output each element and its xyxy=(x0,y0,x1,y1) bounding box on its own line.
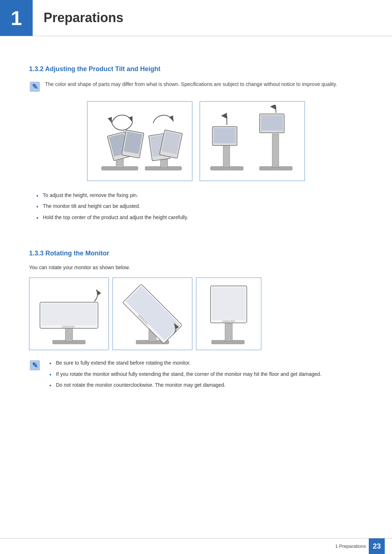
bullet-133-2: If you rotate the monitor without fully … xyxy=(49,370,322,378)
bullet-133-3: Do not rotate the monitor counterclockwi… xyxy=(49,381,322,389)
section-133-heading: 1.3.3 Rotating the Monitor xyxy=(29,250,363,257)
chapter-number-block: 1 xyxy=(0,0,33,36)
main-content: 1.3.2 Adjusting the Product Tilt and Hei… xyxy=(0,36,392,427)
svg-rect-17 xyxy=(223,145,230,167)
svg-rect-41 xyxy=(212,287,245,320)
bullet-132-1: To adjust the height, remove the fixing … xyxy=(36,191,363,199)
section-133-bullets: Be sure to fully extend the stand before… xyxy=(45,359,322,392)
svg-rect-39 xyxy=(225,322,232,341)
chapter-number: 1 xyxy=(11,6,22,30)
svg-rect-27 xyxy=(65,328,73,341)
svg-text:SAMSUNG: SAMSUNG xyxy=(222,320,235,323)
footer-number-block: 23 xyxy=(369,538,385,554)
footer-page-number: 23 xyxy=(373,542,381,550)
footer-inner: 1 Preparations 23 xyxy=(335,538,385,554)
section-132-heading: 1.3.2 Adjusting the Product Tilt and Hei… xyxy=(29,65,363,73)
svg-rect-25 xyxy=(261,115,283,131)
svg-rect-19 xyxy=(214,128,236,143)
note-icon-2: ✎ xyxy=(29,360,41,371)
section-132-note-row: ✎ The color and shape of parts may diffe… xyxy=(29,80,363,93)
chapter-title: Preparations xyxy=(33,10,123,25)
note-icon: ✎ xyxy=(29,81,41,93)
section-133-intro: You can rotate your monitor as shown bel… xyxy=(29,264,363,270)
tilt-image-left xyxy=(87,101,192,181)
section-132-bullets: To adjust the height, remove the fixing … xyxy=(29,191,363,221)
tilt-image-right xyxy=(200,101,305,181)
bullet-132-2: The monitor tilt and height can be adjus… xyxy=(36,202,363,210)
rotate-img-3: SAMSUNG xyxy=(196,278,261,350)
bullet-133-1: Be sure to fully extend the stand before… xyxy=(49,359,322,367)
svg-text:✎: ✎ xyxy=(32,361,38,369)
tilt-height-images xyxy=(29,101,363,181)
rotation-images: SAMSUNG SAMSUNG xyxy=(29,278,363,350)
svg-text:✎: ✎ xyxy=(32,83,38,91)
bullet-132-3: Hold the top center of the product and a… xyxy=(36,213,363,221)
section-133-note-row: ✎ Be sure to fully extend the stand befo… xyxy=(29,359,363,395)
footer-text: 1 Preparations xyxy=(335,543,366,549)
rotate-img-1: SAMSUNG xyxy=(29,278,109,350)
svg-text:SAMSUNG: SAMSUNG xyxy=(62,325,74,328)
svg-rect-23 xyxy=(272,134,279,167)
svg-rect-29 xyxy=(41,304,97,325)
rotate-img-2: SAMSUNG xyxy=(113,278,192,350)
page-footer: 1 Preparations 23 xyxy=(0,538,392,554)
section-132-note-text: The color and shape of parts may differ … xyxy=(45,80,337,88)
page-header: 1 Preparations xyxy=(0,0,392,36)
